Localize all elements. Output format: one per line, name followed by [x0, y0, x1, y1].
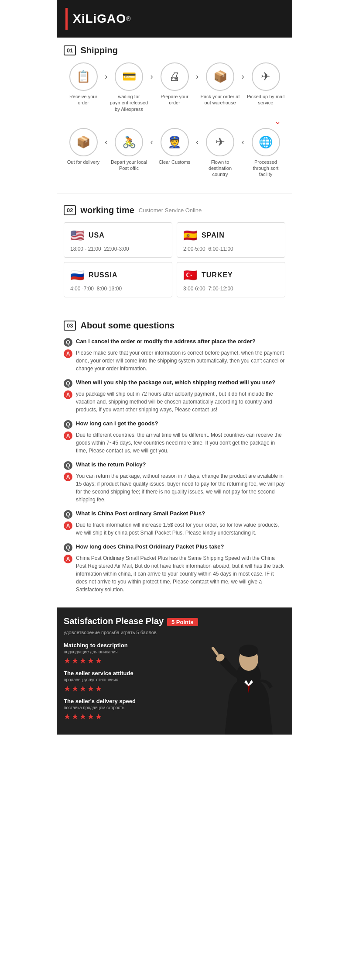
- step-pack-label: Pack your order at out warehouse: [201, 93, 240, 106]
- rating-1: Matching to description подходящие для о…: [64, 642, 285, 666]
- faq-section: 03 About some questions Q Can I cancel t…: [57, 313, 292, 607]
- faq-item-3: Q How long can I get the goods? A Due to…: [64, 420, 285, 455]
- faq-item-1: Q Can I cancel the order or modify the a…: [64, 338, 285, 373]
- faq-a-text-2: you package will ship out in 72 hours af…: [76, 390, 285, 414]
- faq-q-badge-3: Q: [64, 420, 72, 429]
- spain-header: 🇪🇸 SPAIN: [183, 229, 279, 242]
- step-flown-label: Flown to destination country: [201, 159, 240, 178]
- turkey-flag: 🇹🇷: [183, 269, 197, 282]
- working-grid: 🇺🇸 USA 18:00 - 21:00 22:00-3:00 🇪🇸 SPAIN…: [64, 222, 285, 297]
- russia-flag: 🇷🇺: [70, 269, 84, 282]
- faq-a-text-4: You can return the package, without reas…: [76, 472, 285, 504]
- step-post: 🚴 Depart your local Post offic: [109, 128, 149, 172]
- step-post-icon: 🚴: [115, 128, 143, 156]
- points-badge: 5 Points: [167, 618, 198, 626]
- faq-a-4: A You can return the package, without re…: [64, 472, 285, 504]
- rating-1-stars: ★★★★★: [64, 656, 285, 666]
- faq-a-3: A Due to different countries, the arriva…: [64, 431, 285, 455]
- step-pickup: ✈ Picked up by mail service: [246, 62, 285, 106]
- working-title: 02 working time Customer Service Online: [64, 205, 285, 215]
- rating-3: The seller's delivery speed поставка про…: [64, 698, 285, 721]
- rating-2-label: The seller service attitude: [64, 670, 285, 676]
- faq-title: 03 About some questions: [64, 321, 285, 331]
- step-sort: 🌐 Processed through sort facility: [246, 128, 285, 178]
- satisfaction-title: Satisfaction Please Play: [64, 616, 164, 626]
- faq-num: 03: [64, 321, 76, 331]
- country-spain: 🇪🇸 SPAIN 2:00-5:00 6:00-11:00: [177, 222, 285, 258]
- rating-3-stars: ★★★★★: [64, 712, 285, 721]
- faq-a-badge-4: A: [64, 473, 72, 481]
- rating-1-sub: подходящие для описания: [64, 649, 285, 654]
- turkey-time: 3:00-6:00 7:00-12:00: [183, 286, 279, 292]
- faq-a-badge-6: A: [64, 555, 72, 563]
- faq-item-5: Q What is China Post ordinary Small Pack…: [64, 510, 285, 537]
- turkey-header: 🇹🇷 TURKEY: [183, 269, 279, 282]
- faq-a-6: A China Post Oridinary Small Packet Plus…: [64, 554, 285, 594]
- step-receive-icon: 📋: [69, 62, 98, 91]
- faq-q-badge-5: Q: [64, 510, 72, 519]
- working-sublabel: Customer Service Online: [139, 207, 202, 214]
- shipping-num: 01: [64, 45, 76, 55]
- faq-a-text-6: China Post Oridinary Small Packet Plus h…: [76, 554, 285, 594]
- rating-2: The seller service attitude продавец усл…: [64, 670, 285, 694]
- step-delivery: 📦 Out for delivery: [64, 128, 103, 165]
- rating-1-label: Matching to description: [64, 642, 285, 649]
- step-delivery-icon: 📦: [69, 128, 98, 156]
- country-turkey: 🇹🇷 TURKEY 3:00-6:00 7:00-12:00: [177, 262, 285, 297]
- faq-q-text-5: What is China Post ordinary Small Packet…: [76, 510, 205, 518]
- faq-q-text-6: How long does China Post Oridinary Packe…: [76, 543, 224, 551]
- faq-a-badge-2: A: [64, 390, 72, 399]
- shipping-row-2: 📦 Out for delivery ‹ 🚴 Depart your local…: [64, 128, 285, 178]
- usa-flag: 🇺🇸: [70, 229, 84, 242]
- step-flown: ✈ Flown to destination country: [201, 128, 240, 178]
- header: XiLiGAO ®: [57, 0, 292, 38]
- faq-a-text-1: Please make sure that your order informa…: [76, 349, 285, 373]
- rating-2-stars: ★★★★★: [64, 684, 285, 694]
- arrow-down: ⌄: [64, 117, 285, 126]
- shipping-label: Shipping: [80, 45, 118, 55]
- shipping-title: 01 Shipping: [64, 45, 285, 55]
- faq-q-text-1: Can I cancel the order or modify the add…: [76, 338, 256, 345]
- arrow-4: ›: [242, 72, 244, 81]
- step-delivery-label: Out for delivery: [67, 159, 100, 165]
- usa-name: USA: [89, 231, 105, 239]
- turkey-name: TURKEY: [202, 271, 233, 279]
- faq-item-6: Q How long does China Post Oridinary Pac…: [64, 543, 285, 594]
- faq-q-2: Q When will you ship the package out, wh…: [64, 379, 285, 388]
- step-pickup-icon: ✈: [252, 62, 280, 91]
- arrow-1: ›: [105, 72, 107, 81]
- spain-time: 2:00-5:00 6:00-11:00: [183, 246, 279, 252]
- faq-q-text-4: What is the return Policy?: [76, 461, 146, 469]
- satisfaction-left: Satisfaction Please Play 5 Points удовле…: [64, 616, 285, 726]
- faq-a-2: A you package will ship out in 72 hours …: [64, 390, 285, 414]
- russia-header: 🇷🇺 RUSSIA: [70, 269, 166, 282]
- faq-q-5: Q What is China Post ordinary Small Pack…: [64, 510, 285, 519]
- faq-q-badge-4: Q: [64, 461, 72, 470]
- satisfaction-sub: удовлетворение просьба играть 5 баллов: [64, 630, 285, 635]
- usa-header: 🇺🇸 USA: [70, 229, 166, 242]
- faq-a-badge-3: A: [64, 431, 72, 440]
- faq-q-1: Q Can I cancel the order or modify the a…: [64, 338, 285, 347]
- satisfaction-section: Satisfaction Please Play 5 Points удовле…: [57, 607, 292, 735]
- faq-q-3: Q How long can I get the goods?: [64, 420, 285, 429]
- step-customs-icon: 👮: [161, 128, 189, 156]
- arrow-5: ‹: [105, 138, 107, 147]
- rating-3-label: The seller's delivery speed: [64, 698, 285, 704]
- step-prepare: 🖨 Prepare your order: [155, 62, 194, 106]
- step-flown-icon: ✈: [206, 128, 234, 156]
- faq-a-text-5: Due to track information will increase 1…: [76, 521, 285, 537]
- faq-q-6: Q How long does China Post Oridinary Pac…: [64, 543, 285, 552]
- brand-reg: ®: [126, 15, 130, 22]
- step-prepare-icon: 🖨: [161, 62, 189, 91]
- spain-name: SPAIN: [202, 231, 225, 239]
- faq-item-4: Q What is the return Policy? A You can r…: [64, 461, 285, 504]
- brand-bar: [65, 8, 68, 30]
- step-receive-label: Receive your order: [64, 93, 103, 106]
- faq-a-badge-5: A: [64, 521, 72, 530]
- step-payment-icon: 💳: [115, 62, 143, 91]
- arrow-7: ‹: [196, 138, 198, 147]
- usa-time: 18:00 - 21:00 22:00-3:00: [70, 246, 166, 252]
- faq-q-badge-2: Q: [64, 379, 72, 388]
- step-prepare-label: Prepare your order: [155, 93, 194, 106]
- arrow-6: ‹: [151, 138, 153, 147]
